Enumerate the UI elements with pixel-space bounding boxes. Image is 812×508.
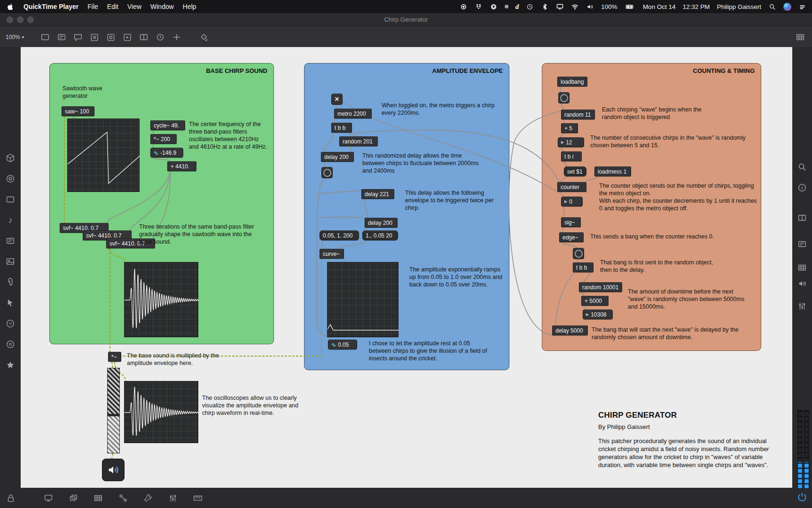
menu-bar-date[interactable]: Mon Oct 14 — [643, 3, 676, 10]
window-title-bar: Chirp Generator — [0, 13, 812, 26]
notification-center-icon[interactable] — [798, 3, 806, 11]
favorites-icon[interactable] — [5, 360, 16, 370]
mixer-icon[interactable] — [168, 493, 178, 503]
paint-bucket-icon[interactable] — [198, 32, 209, 42]
menu-bar-left: QuickTime Player File Edit View Window H… — [0, 3, 196, 11]
wifi-icon[interactable] — [571, 3, 579, 11]
about-description: This patcher procedurally generates the … — [598, 437, 782, 469]
traffic-lights — [7, 16, 34, 23]
time-machine-icon[interactable] — [526, 3, 534, 11]
images-icon[interactable] — [5, 256, 16, 267]
grid-overlay-icon[interactable] — [797, 262, 807, 273]
attachments-icon[interactable] — [5, 277, 16, 287]
app-name[interactable]: QuickTime Player — [23, 3, 78, 10]
number-box-icon[interactable] — [56, 32, 67, 42]
menu-edit[interactable]: Edit — [107, 3, 118, 10]
menu-view[interactable]: View — [127, 3, 141, 10]
lock-icon[interactable] — [6, 493, 16, 503]
about-byline: By Philipp Gaissert — [598, 423, 782, 430]
search-icon[interactable] — [797, 162, 807, 172]
siri-icon[interactable] — [783, 3, 791, 11]
presentation-mode-icon[interactable] — [43, 493, 54, 503]
audio-files-icon[interactable]: ♪ — [5, 215, 16, 225]
inspector-list-icon[interactable] — [797, 239, 807, 249]
menu-window[interactable]: Window — [150, 3, 174, 10]
window-title: Chirp Generator — [384, 16, 428, 23]
about-title: CHIRP GENERATOR — [598, 411, 782, 420]
object-palette-icon[interactable] — [795, 32, 805, 42]
left-sidebar: ♪ — [0, 47, 21, 488]
snippets-icon[interactable] — [5, 298, 16, 308]
docker-icon[interactable]: d — [515, 3, 519, 11]
airplay-icon[interactable] — [556, 3, 564, 11]
console-icon[interactable] — [5, 194, 16, 205]
circle-arrow-icon[interactable] — [490, 3, 498, 11]
sidebar-split-icon[interactable] — [797, 213, 807, 223]
bottom-toolbar — [0, 488, 812, 508]
add-object-icon[interactable] — [172, 32, 182, 42]
menu-bar-time[interactable]: 12:32 PM — [683, 3, 710, 10]
grid-snap-icon[interactable] — [93, 493, 103, 503]
debug-wrench-icon[interactable] — [143, 493, 153, 503]
patch-cords-icon[interactable] — [118, 493, 128, 503]
comment-icon[interactable] — [73, 32, 83, 42]
filters-icon[interactable] — [797, 301, 807, 311]
dropbox-icon[interactable] — [475, 3, 483, 11]
minimize-button[interactable] — [17, 16, 23, 23]
patcher-toolbar: 100% ▾ — [0, 26, 812, 48]
bluetooth-icon[interactable] — [541, 3, 549, 11]
close-button[interactable] — [7, 16, 13, 23]
zoom-button[interactable] — [27, 16, 34, 23]
menu-help[interactable]: Help — [183, 3, 196, 10]
toggle-icon[interactable] — [89, 32, 100, 42]
meter-column-right — [804, 410, 809, 489]
info-icon[interactable] — [797, 183, 807, 193]
transport-icon[interactable] — [155, 32, 165, 42]
zoom-control[interactable]: 100% ▾ — [6, 34, 24, 40]
apple-menu-icon[interactable] — [7, 3, 15, 11]
zoom-level: 100% — [6, 34, 20, 40]
bottom-toolbar-group — [43, 493, 203, 503]
capture-icon[interactable] — [5, 174, 16, 184]
keyboard-icon[interactable] — [193, 493, 203, 503]
meter-column-left — [797, 410, 803, 489]
battery-percent: 100% — [601, 3, 617, 10]
audio-level-meters — [797, 410, 809, 489]
menu-bar-status: d 100% Mon Oct 14 12:32 PM Philipp Gaiss… — [460, 3, 812, 11]
windows-icon[interactable] — [68, 493, 78, 503]
audio-power-icon[interactable] — [796, 491, 808, 503]
playbar-icon[interactable] — [122, 32, 133, 42]
menu-file[interactable]: File — [87, 3, 98, 10]
sequences-icon[interactable] — [5, 236, 16, 246]
battery-icon[interactable] — [625, 3, 636, 11]
status-dot-icon[interactable] — [505, 5, 508, 8]
vizzie-icon[interactable] — [5, 318, 16, 329]
packages-icon[interactable] — [5, 153, 16, 163]
object-box-icon[interactable] — [40, 32, 50, 42]
panel-icon[interactable] — [139, 32, 149, 42]
button-icon[interactable] — [106, 32, 116, 42]
chevron-down-icon: ▾ — [22, 35, 24, 40]
volume-icon[interactable] — [586, 3, 594, 11]
screen-record-icon[interactable] — [460, 3, 468, 11]
audio-status-icon[interactable] — [797, 278, 807, 289]
menu-bar: QuickTime Player File Edit View Window H… — [0, 0, 812, 13]
spotlight-icon[interactable] — [768, 3, 776, 11]
menu-bar-user[interactable]: Philipp Gaissert — [717, 3, 761, 10]
beap-icon[interactable] — [5, 339, 16, 349]
toolbar-object-tools — [40, 32, 209, 42]
about-block: CHIRP GENERATOR By Philipp Gaissert This… — [598, 411, 782, 476]
